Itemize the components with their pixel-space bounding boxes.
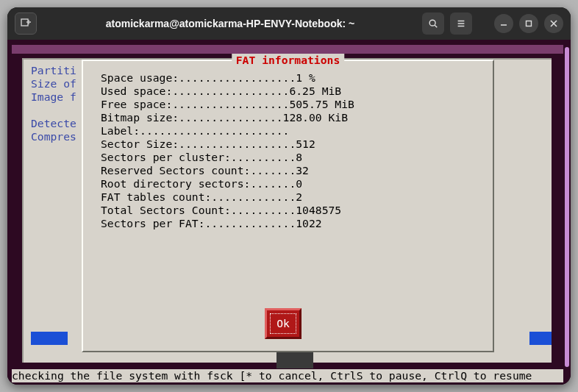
- ok-button[interactable]: Ok: [265, 308, 302, 339]
- terminal-window: atomickarma@atomickarma-HP-ENVY-Notebook…: [7, 7, 571, 385]
- side-text-bottom: Detecte Compres: [31, 117, 76, 143]
- maximize-button[interactable]: [519, 14, 538, 33]
- titlebar-actions: [422, 13, 563, 35]
- background-band: [12, 45, 563, 54]
- svg-line-4: [435, 25, 437, 27]
- progress-bar-left: [31, 332, 68, 345]
- close-button[interactable]: [544, 14, 563, 33]
- search-button[interactable]: [422, 13, 444, 35]
- terminal-area[interactable]: Partiti Size of Image f Detecte Compres …: [7, 40, 571, 385]
- titlebar: atomickarma@atomickarma-HP-ENVY-Notebook…: [7, 7, 571, 40]
- window-title: atomickarma@atomickarma-HP-ENVY-Notebook…: [46, 18, 415, 29]
- new-tab-icon: [20, 18, 32, 29]
- maximize-icon: [524, 18, 534, 29]
- ok-button-label: Ok: [270, 313, 296, 334]
- svg-point-3: [429, 20, 435, 26]
- side-text-top: Partiti Size of Image f: [31, 64, 76, 104]
- fat-info-dialog: FAT informations Space usage:...........…: [82, 60, 494, 352]
- progress-bar-right: [529, 332, 552, 345]
- dialog-title: FAT informations: [232, 54, 344, 67]
- svg-rect-9: [527, 21, 532, 26]
- dialog-body: Space usage:..................1 % Used s…: [101, 71, 485, 230]
- search-icon: [428, 18, 438, 29]
- outer-ncurses-frame: Partiti Size of Image f Detecte Compres …: [22, 58, 552, 363]
- status-line: checking the file system with fsck [* to…: [12, 369, 563, 382]
- minimize-icon: [499, 18, 509, 29]
- hamburger-icon: [456, 18, 466, 29]
- new-tab-button[interactable]: [15, 13, 37, 35]
- close-icon: [549, 18, 559, 29]
- menu-button[interactable]: [450, 13, 472, 35]
- scrollbar[interactable]: [565, 47, 569, 367]
- minimize-button[interactable]: [494, 14, 513, 33]
